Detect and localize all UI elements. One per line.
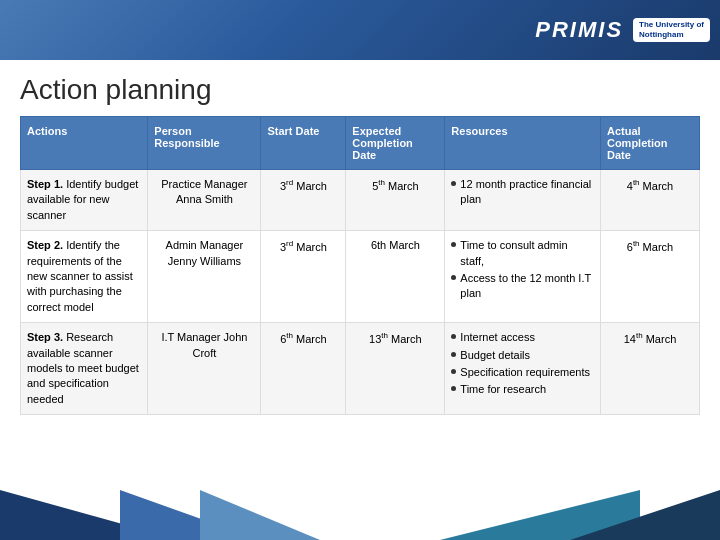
logo-area: PRIMIS The University of Nottingham <box>535 17 710 43</box>
bullet-dot <box>451 352 456 357</box>
triangle-5 <box>570 490 720 540</box>
table-row: Step 2. Identify the requirements of the… <box>21 231 700 323</box>
start-date-cell: 3rd March <box>261 170 346 231</box>
list-item: Time for research <box>451 382 594 397</box>
header-bar: PRIMIS The University of Nottingham <box>0 0 720 60</box>
bullet-dot <box>451 369 456 374</box>
expected-date-cell: 5th March <box>346 170 445 231</box>
person-cell: Practice Manager Anna Smith <box>148 170 261 231</box>
col-start: Start Date <box>261 117 346 170</box>
start-date-cell: 3rd March <box>261 231 346 323</box>
bullet-dot <box>451 242 456 247</box>
col-resources: Resources <box>445 117 601 170</box>
expected-date-cell: 6th March <box>346 231 445 323</box>
bullet-dot <box>451 334 456 339</box>
action-cell: Step 3. Research available scanner model… <box>21 323 148 415</box>
page-title: Action planning <box>0 60 720 116</box>
list-item: Time to consult admin staff, <box>451 238 594 269</box>
col-actual: Actual Completion Date <box>600 117 699 170</box>
action-cell: Step 2. Identify the requirements of the… <box>21 231 148 323</box>
table-row: Step 1. Identify budget available for ne… <box>21 170 700 231</box>
col-actions: Actions <box>21 117 148 170</box>
resources-cell: 12 month practice financial plan <box>445 170 601 231</box>
list-item: Access to the 12 month I.T plan <box>451 271 594 302</box>
bullet-dot <box>451 386 456 391</box>
triangle-3 <box>200 490 320 540</box>
person-cell: I.T Manager John Croft <box>148 323 261 415</box>
primis-logo: PRIMIS <box>535 17 623 43</box>
table-container: Actions Person Responsible Start Date Ex… <box>0 116 720 415</box>
resources-cell: Time to consult admin staff,Access to th… <box>445 231 601 323</box>
action-cell: Step 1. Identify budget available for ne… <box>21 170 148 231</box>
university-logo: The University of Nottingham <box>633 18 710 41</box>
expected-date-cell: 13th March <box>346 323 445 415</box>
actual-date-cell: 14th March <box>600 323 699 415</box>
resources-cell: Internet accessBudget detailsSpecificati… <box>445 323 601 415</box>
actual-date-cell: 4th March <box>600 170 699 231</box>
actual-date-cell: 6th March <box>600 231 699 323</box>
list-item: Specification requirements <box>451 365 594 380</box>
start-date-cell: 6th March <box>261 323 346 415</box>
list-item: 12 month practice financial plan <box>451 177 594 208</box>
bullet-dot <box>451 275 456 280</box>
bullet-dot <box>451 181 456 186</box>
bottom-decoration <box>0 490 720 540</box>
list-item: Internet access <box>451 330 594 345</box>
col-expected: Expected Completion Date <box>346 117 445 170</box>
list-item: Budget details <box>451 348 594 363</box>
col-person: Person Responsible <box>148 117 261 170</box>
action-planning-table: Actions Person Responsible Start Date Ex… <box>20 116 700 415</box>
table-header-row: Actions Person Responsible Start Date Ex… <box>21 117 700 170</box>
person-cell: Admin Manager Jenny Williams <box>148 231 261 323</box>
table-row: Step 3. Research available scanner model… <box>21 323 700 415</box>
